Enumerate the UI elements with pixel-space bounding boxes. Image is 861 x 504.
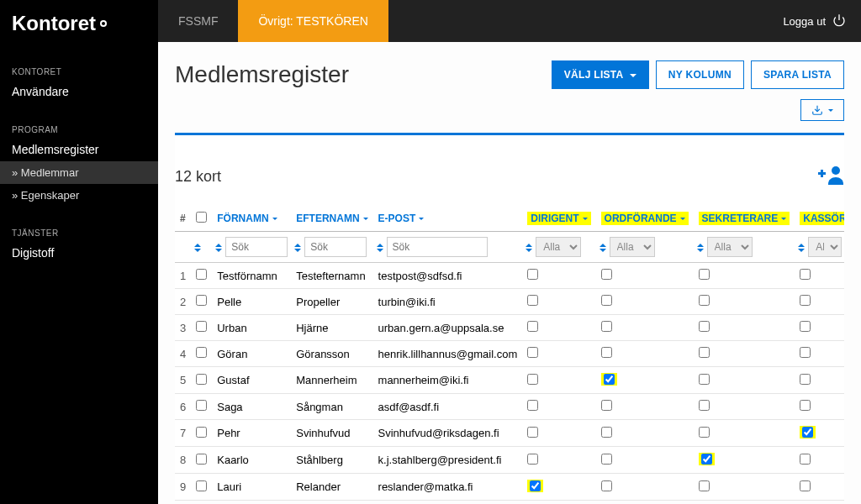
brand-text: Kontoret (12, 12, 96, 35)
row-select-checkbox[interactable] (196, 269, 207, 280)
col-sekreterare: SEKRETERARE (694, 206, 795, 232)
row-select-checkbox[interactable] (196, 295, 207, 306)
row-ord-checkbox[interactable] (601, 400, 612, 411)
sidebar-item-digistoff[interactable]: Digistoff (0, 241, 158, 265)
sort-icon[interactable] (798, 244, 805, 252)
sidebar-subitem-egenskaper[interactable]: » Egenskaper (0, 184, 158, 207)
row-sek-checkbox[interactable] (699, 427, 710, 438)
logout-button[interactable]: Logga ut (768, 0, 861, 42)
sidebar-item-anvandare[interactable]: Användare (0, 80, 158, 103)
chevron-down-icon (680, 218, 685, 220)
col-last: EFTERNAMN (291, 206, 372, 232)
filter-kassor-select[interactable]: Alla (808, 237, 842, 257)
save-list-button[interactable]: SPARA LISTA (751, 60, 844, 89)
row-kas-checkbox[interactable] (800, 454, 811, 465)
row-kas-checkbox[interactable] (800, 269, 811, 280)
filter-email-input[interactable] (387, 237, 488, 257)
row-dir-checkbox[interactable] (527, 321, 538, 332)
sidebar-item-medlemsregister[interactable]: Medlemsregister (0, 138, 158, 161)
cell-last: Ståhlberg (291, 447, 372, 474)
row-kas-checkbox[interactable] (800, 480, 811, 491)
row-select-checkbox[interactable] (196, 454, 207, 465)
col-ordforande: ORDFÖRANDE (596, 206, 694, 232)
row-kas-checkbox[interactable] (800, 321, 811, 332)
sort-icon[interactable] (377, 244, 383, 252)
filter-ordforande-select[interactable]: Alla (610, 237, 655, 257)
sort-icon[interactable] (600, 244, 606, 252)
col-first-label: FÖRNAMN (217, 213, 268, 224)
brand: Kontoret (0, 12, 158, 60)
row-dir-checkbox[interactable] (527, 427, 538, 438)
row-number: 4 (175, 341, 191, 367)
cell-last: Svinhufvud (291, 420, 372, 447)
row-select-checkbox[interactable] (196, 480, 207, 491)
sort-icon[interactable] (526, 244, 532, 252)
table-row: 9LauriRelanderreslander@matka.fi (175, 474, 844, 501)
cell-first: Lauri (212, 474, 291, 501)
filter-last-input[interactable] (304, 237, 367, 257)
row-select-checkbox[interactable] (196, 347, 207, 358)
cell-email: asdf@asdf.fi (373, 394, 523, 420)
row-dir-checkbox[interactable] (527, 374, 538, 385)
row-ord-checkbox[interactable] (601, 295, 612, 306)
add-member-button[interactable] (817, 164, 844, 189)
row-dir-checkbox[interactable] (527, 269, 538, 280)
tab-testkoren[interactable]: Övrigt: TESTKÖREN (238, 0, 388, 42)
row-ord-checkbox[interactable] (601, 347, 612, 358)
row-sek-checkbox[interactable] (701, 454, 712, 465)
row-kas-checkbox[interactable] (800, 347, 811, 358)
row-select-checkbox[interactable] (196, 400, 207, 411)
row-ord-checkbox[interactable] (601, 454, 612, 465)
filter-dirigent-select[interactable]: Alla (536, 237, 581, 257)
row-kas-checkbox[interactable] (800, 400, 811, 411)
select-list-button[interactable]: VÄLJ LISTA (552, 60, 649, 89)
row-sek-checkbox[interactable] (699, 321, 710, 332)
row-kas-checkbox[interactable] (800, 374, 811, 385)
panel: 12 kort # FÖRNAMN (175, 133, 844, 501)
row-select-checkbox[interactable] (196, 427, 207, 438)
sort-icon[interactable] (215, 244, 222, 252)
row-select-checkbox[interactable] (196, 321, 207, 332)
sort-icon[interactable] (294, 244, 301, 252)
page-header: Medlemsregister VÄLJ LISTA NY KOLUMN SPA… (175, 60, 844, 89)
row-sek-checkbox[interactable] (699, 480, 710, 491)
tab-fssmf[interactable]: FSSMF (158, 0, 238, 42)
row-sek-checkbox[interactable] (699, 400, 710, 411)
cell-email: mannerheim@iki.fi (373, 367, 523, 394)
row-dir-checkbox[interactable] (527, 347, 538, 358)
nav-group-tjanster: TJÄNSTER (0, 222, 158, 241)
row-sek-checkbox[interactable] (699, 295, 710, 306)
select-all-checkbox[interactable] (196, 212, 207, 223)
row-dir-checkbox[interactable] (530, 480, 541, 491)
chevron-down-icon (419, 218, 424, 220)
table-row: 4GöranGöranssonhenrik.lillhannus@gmail.c… (175, 341, 844, 367)
row-kas-checkbox[interactable] (800, 295, 811, 306)
panel-count: 12 kort (175, 168, 817, 186)
row-sek-checkbox[interactable] (699, 269, 710, 280)
row-kas-checkbox[interactable] (802, 427, 813, 438)
filter-first-input[interactable] (225, 237, 288, 257)
row-sek-checkbox[interactable] (699, 374, 710, 385)
row-dir-checkbox[interactable] (527, 400, 538, 411)
content: Medlemsregister VÄLJ LISTA NY KOLUMN SPA… (158, 42, 861, 504)
row-ord-checkbox[interactable] (601, 321, 612, 332)
cell-email: Svinhufvud@riksdagen.fi (373, 420, 523, 447)
row-ord-checkbox[interactable] (604, 374, 615, 385)
chevron-down-icon (272, 218, 277, 220)
row-ord-checkbox[interactable] (601, 480, 612, 491)
row-ord-checkbox[interactable] (601, 427, 612, 438)
row-dir-checkbox[interactable] (527, 295, 538, 306)
row-ord-checkbox[interactable] (601, 269, 612, 280)
nav-group-program: PROGRAM (0, 118, 158, 138)
new-column-button[interactable]: NY KOLUMN (656, 60, 744, 89)
row-dir-checkbox[interactable] (527, 454, 538, 465)
sort-icon[interactable] (194, 244, 201, 252)
row-select-checkbox[interactable] (196, 374, 207, 385)
sidebar-subitem-medlemmar[interactable]: » Medlemmar (0, 161, 158, 184)
filter-sekreterare-select[interactable]: Alla (707, 237, 753, 257)
download-button[interactable] (800, 99, 844, 121)
cell-last: Mannerheim (291, 367, 372, 394)
sort-icon[interactable] (697, 244, 704, 252)
row-sek-checkbox[interactable] (699, 347, 710, 358)
cell-first: Urban (212, 315, 291, 341)
